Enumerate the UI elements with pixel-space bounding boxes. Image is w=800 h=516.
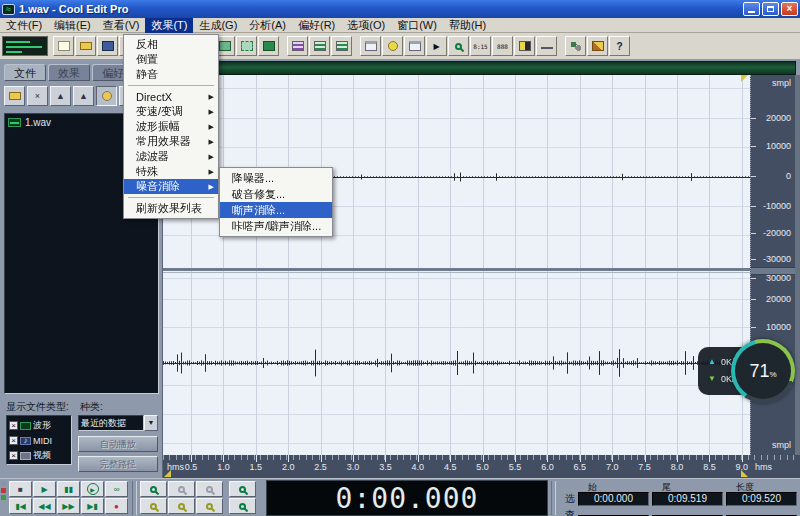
effects-menu-item-12[interactable]: 刷新效果列表 — [124, 201, 218, 216]
checkbox-2[interactable]: × — [9, 451, 18, 460]
menubar-item-6[interactable]: 偏好(R) — [292, 18, 341, 33]
effects-menu-item-8[interactable]: 滤波器▶ — [124, 149, 218, 164]
restore-button[interactable] — [762, 2, 779, 16]
sort-dropdown[interactable]: 最近的数据 ▼ — [78, 415, 158, 431]
effects-menu-item-2[interactable]: 静音 — [124, 67, 218, 82]
noise-submenu-item-3[interactable]: 咔嗒声/噼声消除... — [220, 218, 332, 234]
view-spectral-button[interactable] — [309, 36, 330, 56]
zoom-selection-full-button[interactable] — [168, 498, 195, 514]
go-to-start-button[interactable]: ▮◀ — [9, 498, 32, 514]
open-file-button[interactable] — [4, 86, 25, 106]
overview-bar[interactable] — [163, 61, 796, 75]
rewind-button[interactable]: ◀◀ — [33, 498, 56, 514]
info-window-icon — [409, 41, 421, 51]
view-spectral-icon — [314, 41, 326, 51]
play-looped-button[interactable]: ▶ — [81, 481, 104, 497]
close-file-button[interactable]: × — [27, 86, 48, 106]
view-multitrack-button[interactable] — [331, 36, 352, 56]
progress-ring[interactable]: 71 % — [731, 339, 795, 403]
panel-tab-1[interactable]: 效果 — [48, 64, 90, 81]
noise-submenu-item-0[interactable]: 降噪器... — [220, 170, 332, 186]
close-button[interactable]: × — [781, 2, 798, 16]
toolbar: ▶8:15888? — [0, 33, 800, 59]
full-paths-button[interactable]: 完整路径 — [78, 456, 158, 472]
pause-button[interactable]: ▮▮ — [57, 481, 80, 497]
zoom-out-full-button[interactable] — [229, 498, 256, 514]
checkbox-0[interactable]: × — [9, 421, 18, 430]
effects-menu-item-4[interactable]: DirectX▶ — [124, 89, 218, 104]
effects-menu-item-9[interactable]: 特殊▶ — [124, 164, 218, 179]
submenu-arrow-icon: ▶ — [209, 108, 214, 116]
zoom-selection-right-button[interactable] — [196, 498, 223, 514]
zoom-selection-right-icon — [206, 503, 213, 510]
noise-submenu-item-2[interactable]: 嘶声消除... — [220, 202, 332, 218]
zoom-selection-left-button[interactable] — [140, 498, 167, 514]
help-button[interactable]: ? — [609, 36, 630, 56]
menubar-item-1[interactable]: 编辑(E) — [48, 18, 97, 33]
grid-toggle-button[interactable] — [514, 36, 535, 56]
ruler-tick — [751, 146, 756, 147]
stop-button[interactable]: ■ — [9, 481, 32, 497]
go-to-end-button[interactable]: ▶▮ — [81, 498, 104, 514]
scripts-button[interactable] — [565, 36, 586, 56]
record-button[interactable]: ● — [105, 498, 128, 514]
convert-sample-type-button[interactable] — [258, 36, 279, 56]
find-beats-button[interactable] — [448, 36, 469, 56]
save-file-button[interactable] — [97, 36, 118, 56]
sort-options-button[interactable] — [96, 86, 117, 106]
effects-menu-item-label: 静音 — [136, 67, 214, 82]
new-file-button[interactable] — [53, 36, 74, 56]
time-tick-major — [547, 455, 548, 462]
play-options-button[interactable] — [382, 36, 403, 56]
crop-button[interactable] — [236, 36, 257, 56]
view-switch-widget[interactable] — [2, 36, 48, 56]
insert-into-cd-button[interactable]: ▲ — [73, 86, 94, 106]
zoom-to-selection-button[interactable] — [229, 481, 256, 497]
effects-menu-item-5[interactable]: 变速/变调▶ — [124, 104, 218, 119]
waveform-canvas[interactable] — [163, 75, 750, 455]
menubar-item-4[interactable]: 生成(G) — [193, 18, 243, 33]
type-filter-2: ×视频 — [9, 448, 69, 463]
view-waveform-button[interactable] — [287, 36, 308, 56]
effects-menu-item-7[interactable]: 常用效果器▶ — [124, 134, 218, 149]
noise-submenu-item-1[interactable]: 破音修复... — [220, 186, 332, 202]
selection-handle-left[interactable] — [164, 470, 171, 477]
effects-menu-item-6[interactable]: 波形振幅▶ — [124, 119, 218, 134]
menubar-item-2[interactable]: 查看(V) — [97, 18, 146, 33]
close-file-icon: × — [35, 91, 40, 101]
menubar-item-3[interactable]: 效果(T) — [145, 18, 193, 33]
play-button[interactable]: ▶ — [33, 481, 56, 497]
zoom-out-button[interactable] — [168, 481, 195, 497]
selection-handle-top[interactable] — [741, 75, 748, 82]
time-window-button[interactable]: 8:15 — [470, 36, 491, 56]
info-window-button[interactable] — [404, 36, 425, 56]
time-ruler[interactable]: hms hms 0.51.01.52.02.53.03.54.04.55.05.… — [163, 455, 800, 478]
zoom-in-button[interactable] — [140, 481, 167, 497]
insert-into-multitrack-button[interactable]: ▲ — [50, 86, 71, 106]
effects-menu-item-10[interactable]: 噪音消除▶ — [124, 179, 218, 194]
zoom-full-button[interactable] — [196, 481, 223, 497]
status-bar-toggle-button[interactable] — [536, 36, 557, 56]
cue-list-button[interactable] — [360, 36, 381, 56]
frequency-window-button[interactable]: 888 — [492, 36, 513, 56]
menubar-item-9[interactable]: 帮助(H) — [443, 18, 492, 33]
panel-tab-0[interactable]: 文件 — [4, 64, 46, 81]
type-filter-label: 波形 — [33, 419, 51, 432]
restore-icon — [767, 6, 774, 12]
open-file-button[interactable] — [75, 36, 96, 56]
settings-button[interactable] — [587, 36, 608, 56]
effects-menu-item-1[interactable]: 倒置 — [124, 52, 218, 67]
effects-menu-item-0[interactable]: 反相 — [124, 37, 218, 52]
checkbox-1[interactable]: × — [9, 436, 18, 445]
chevron-down-icon[interactable]: ▼ — [144, 415, 158, 431]
menubar-item-8[interactable]: 窗口(W) — [391, 18, 443, 33]
minimize-button[interactable] — [743, 2, 760, 16]
fast-forward-button[interactable]: ▶▶ — [57, 498, 80, 514]
waveform-display[interactable] — [163, 75, 750, 455]
menubar-item-5[interactable]: 分析(A) — [243, 18, 292, 33]
menubar-item-7[interactable]: 选项(O) — [341, 18, 391, 33]
auto-play-button[interactable]: 自动播放 — [78, 436, 158, 452]
loop-button[interactable]: ∞ — [105, 481, 128, 497]
menubar-item-0[interactable]: 文件(F) — [0, 18, 48, 33]
play-cursor-button[interactable]: ▶ — [426, 36, 447, 56]
